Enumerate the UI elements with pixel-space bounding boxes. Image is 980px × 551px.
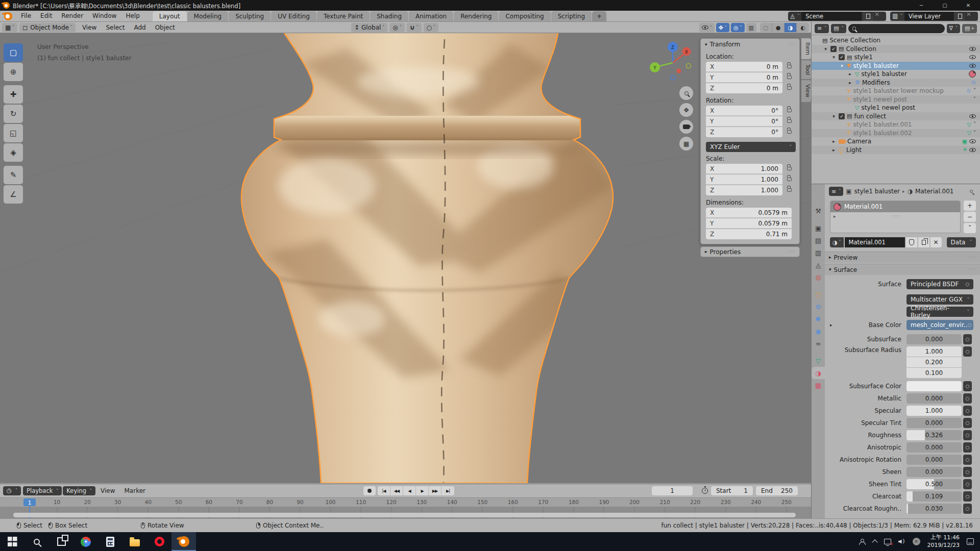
outliner-editor-type-selector[interactable]: ≡˅ [815, 24, 829, 33]
shading-material-preview-button[interactable]: ◑ [785, 23, 797, 32]
taskbar-chrome-button[interactable] [74, 532, 98, 551]
transform-dimensions-z-field[interactable]: Z0.71 m [706, 229, 792, 239]
scene-name[interactable]: Scene [801, 12, 862, 21]
slider-subsurface[interactable]: 0.000 [906, 334, 962, 344]
eye-closed-icon[interactable]: ˅ [973, 97, 976, 102]
view-layer-name[interactable]: View Layer [904, 12, 953, 21]
timeline-scrollbar[interactable] [13, 513, 796, 517]
material-slot-specials-button[interactable]: ˅ [964, 223, 976, 233]
prev-keyframe-button[interactable]: ◀◀ [390, 486, 403, 495]
node-socket-button[interactable]: ○ [963, 393, 972, 404]
dropdown-christensen-burley[interactable]: Christensen-Burley˅ [906, 307, 973, 317]
maximize-button[interactable]: ▢ [933, 0, 957, 11]
proportional-editing-dropdown[interactable]: ○˅ [424, 23, 438, 32]
nav-zoom-button[interactable] [679, 86, 693, 100]
transform-rotation-z-field[interactable]: Z0° [706, 127, 782, 137]
collection-checkbox[interactable]: ✓ [830, 46, 837, 52]
taskbar-calculator-button[interactable] [98, 532, 122, 551]
node-input-base-color[interactable]: mesh_color_envir..○ [906, 320, 973, 330]
slider-specular[interactable]: 1.000 [906, 406, 962, 416]
timeline-keying-dropdown[interactable]: Keying˅ [63, 486, 95, 495]
pin-icon[interactable] [970, 190, 973, 193]
transform-panel-header[interactable]: ▾ Transform ∷∷ [701, 39, 799, 50]
slider-clearcoat-roughn[interactable]: 0.030 [906, 504, 962, 514]
breadcrumb-material[interactable]: Material.001 [915, 188, 953, 195]
search-input[interactable] [859, 26, 940, 32]
tool-measure[interactable]: ∠ [4, 185, 23, 204]
properties-editor-type-selector[interactable]: ≡˅ [829, 187, 843, 196]
collapsed-arrow-icon[interactable]: ▸ [831, 147, 837, 153]
transform-scale-x-field[interactable]: X1.000 [706, 164, 782, 174]
sidebar-tab-tool[interactable]: Tool [801, 60, 811, 79]
taskbar-blender-button[interactable] [172, 532, 196, 551]
transform-rotation-y-field[interactable]: Y0° [706, 116, 782, 127]
slider-sheen[interactable]: 0.000 [906, 467, 962, 477]
eye-icon[interactable] [969, 114, 976, 118]
node-socket-button[interactable]: ○ [963, 455, 972, 465]
node-socket-button[interactable]: ○ [963, 334, 972, 344]
lock-icon[interactable] [787, 178, 792, 181]
viewport-menu-object[interactable]: Object [151, 22, 180, 33]
nav-camera-view-button[interactable] [679, 120, 693, 134]
viewport-canvas[interactable]: ▢⊕✚↻◱◈✎∠ User Perspective (1) fun collec… [0, 33, 812, 483]
view-layer-selector-icon-button[interactable]: ▥˅ [890, 12, 904, 21]
current-frame-indicator[interactable]: 1 [23, 498, 36, 506]
outliner-row[interactable]: ▸Camera▣ [812, 137, 980, 146]
tool-transform[interactable]: ◈ [4, 143, 23, 162]
node-socket-button[interactable]: ○ [963, 406, 972, 416]
outliner-row[interactable]: ▾✓▤style1 [812, 53, 980, 62]
properties-tab-modifiers[interactable]: ⚙ [812, 300, 825, 313]
filter-dropdown[interactable]: ∇˅ [947, 24, 960, 33]
tool-move[interactable]: ✚ [4, 85, 23, 104]
node-socket-button[interactable]: ○ [963, 418, 972, 428]
tool-scale[interactable]: ◱ [4, 124, 23, 142]
shading-wireframe-button[interactable]: ◌ [760, 23, 772, 32]
slider-anisotropic[interactable]: 0.000 [906, 442, 962, 453]
viewport-menu-view[interactable]: View [78, 22, 101, 33]
properties-tab-texture[interactable]: ▦ [812, 379, 825, 391]
value-field[interactable]: 0.100 [906, 368, 962, 378]
current-frame-field[interactable]: 1 [652, 486, 693, 495]
tool-select-box[interactable]: ▢ [4, 43, 23, 62]
taskbar-search-button[interactable] [24, 532, 49, 551]
slider-clearcoat[interactable]: 0.109 [906, 491, 962, 502]
browse-material-button[interactable]: ◑˅ [830, 237, 844, 247]
record-button[interactable] [363, 486, 376, 495]
frame-end-field[interactable]: End250 [756, 486, 798, 495]
menu-window[interactable]: Window [88, 11, 121, 21]
snap-dropdown[interactable]: ∪˅ [407, 23, 422, 32]
hidden-icons-icon[interactable] [872, 539, 877, 545]
slider-sheen-tint[interactable]: 0.500 [906, 479, 962, 489]
viewport-menu-select[interactable]: Select [101, 22, 129, 33]
shading-solid-button[interactable]: ● [772, 23, 785, 32]
transform-dimensions-x-field[interactable]: X0.0579 m [706, 208, 792, 218]
taskbar-file-explorer-button[interactable] [122, 532, 147, 551]
outliner-row[interactable]: ▤Scene Collection [812, 36, 980, 45]
breadcrumb-object[interactable]: style1 baluster [854, 188, 900, 195]
workspace-tab-modeling[interactable]: Modeling [187, 11, 229, 21]
taskbar-start-button[interactable] [0, 532, 24, 551]
eye-icon[interactable] [969, 148, 976, 152]
slider-anisotropic-rotation[interactable]: 0.000 [906, 455, 962, 465]
properties-tab-constraints[interactable]: ∞ [812, 337, 825, 349]
node-socket-button[interactable]: ○ [963, 430, 972, 440]
slider-roughness[interactable]: 0.326 [906, 430, 962, 440]
sidebar-tab-view[interactable]: View [801, 80, 811, 102]
properties-tab-particles[interactable]: ✱ [812, 313, 825, 325]
slider-metallic[interactable]: 0.000 [906, 393, 962, 404]
transform-location-x-field[interactable]: X0 m [706, 62, 782, 72]
timeline-channels[interactable] [0, 507, 811, 518]
workspace-tab-uv-editing[interactable]: UV Editing [271, 11, 316, 21]
viewport-menu-add[interactable]: Add [129, 22, 150, 33]
shading-rendered-button[interactable]: ◐ [797, 23, 809, 32]
add-material-slot-button[interactable]: + [964, 201, 976, 211]
lock-icon[interactable] [787, 76, 792, 79]
node-socket-button[interactable]: ○ [963, 442, 972, 453]
material-slot-footer[interactable]: ▸ ∷∷ [830, 212, 960, 220]
blender-menu-logo-icon[interactable] [4, 12, 12, 20]
tool-annotate[interactable]: ✎ [4, 166, 23, 184]
node-socket-button[interactable]: ○ [963, 467, 972, 477]
expanded-arrow-icon[interactable]: ▾ [831, 114, 837, 119]
properties-tab-world[interactable]: ◍ [812, 271, 825, 283]
timeline-ruler[interactable]: 1 10203040506070809010011012013014015016… [0, 497, 811, 507]
